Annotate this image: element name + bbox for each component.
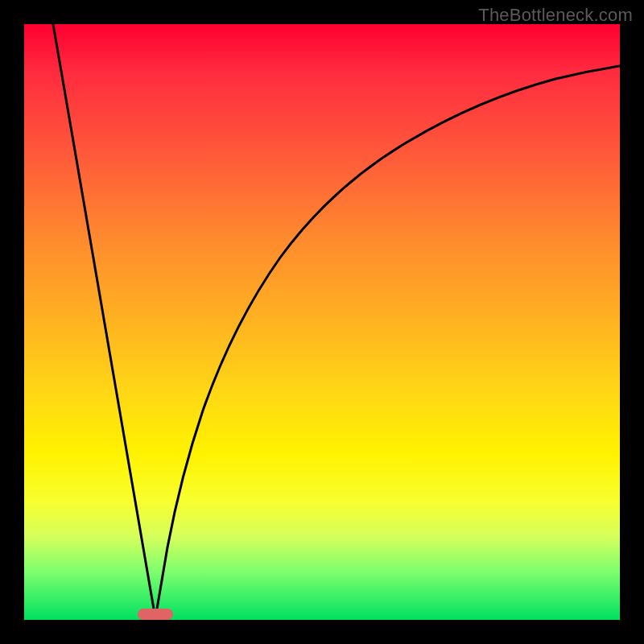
watermark-text: TheBottleneck.com	[478, 5, 633, 26]
chart-frame: TheBottleneck.com	[0, 0, 644, 644]
curve-left-branch	[53, 24, 155, 618]
curve-right-branch	[155, 66, 620, 618]
bottleneck-curve	[24, 24, 620, 620]
plot-area	[24, 24, 620, 620]
bottleneck-marker	[138, 609, 173, 620]
